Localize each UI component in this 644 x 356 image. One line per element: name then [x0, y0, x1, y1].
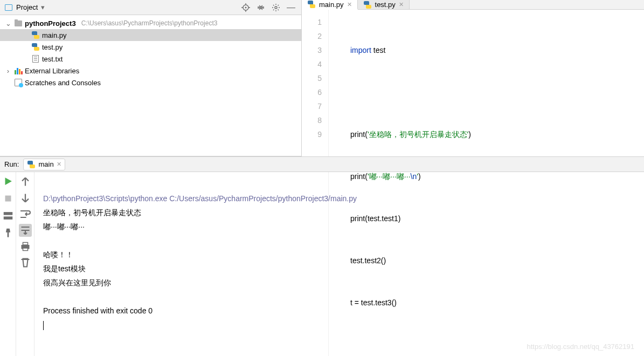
file-label: main.py — [42, 31, 67, 39]
project-tree: ⌄ pythonProject3 C:\Users\asus\PycharmPr… — [0, 15, 301, 156]
layout-icon[interactable] — [2, 210, 14, 222]
editor-panel: main.py ✕ test.py ✕ 123456789 import tes… — [302, 0, 644, 156]
project-title[interactable]: Project — [16, 3, 38, 11]
dropdown-icon[interactable]: ▾ — [41, 3, 45, 11]
console-output[interactable]: D:\pythonProject3\Scripts\python.exe C:/… — [34, 172, 644, 356]
external-libraries[interactable]: › External Libraries — [0, 65, 301, 77]
root-path: C:\Users\asus\PycharmProjects\pythonProj… — [81, 19, 218, 27]
gear-icon[interactable] — [270, 2, 282, 13]
libs-label: External Libraries — [25, 67, 79, 75]
folder-icon — [14, 19, 23, 28]
scratches-consoles[interactable]: Scratches and Consoles — [0, 77, 301, 88]
svg-point-1 — [245, 6, 247, 8]
file-label: test.txt — [42, 55, 63, 63]
identifier: test — [373, 46, 386, 54]
keyword: import — [350, 46, 373, 54]
watermark: https://blog.csdn.net/qq_43762191 — [527, 343, 635, 351]
run-tab[interactable]: main ✕ — [23, 159, 65, 170]
file-test-py[interactable]: test.py — [0, 41, 301, 53]
svg-rect-4 — [3, 212, 12, 215]
print-icon[interactable] — [19, 240, 32, 253]
run-header: Run: main ✕ — [0, 157, 644, 172]
python-file-icon — [31, 43, 40, 51]
close-icon[interactable]: ✕ — [57, 161, 61, 168]
collapse-all-icon[interactable] — [255, 2, 267, 13]
tab-label: test.py — [375, 1, 396, 9]
file-label: test.py — [42, 43, 63, 51]
svg-rect-8 — [23, 248, 27, 251]
run-panel: Run: main ✕ D:\pythonProject3\Scripts\py… — [0, 156, 644, 356]
python-file-icon — [307, 0, 316, 9]
svg-rect-3 — [5, 196, 11, 202]
tab-label: main.py — [319, 1, 344, 9]
pin-icon[interactable] — [2, 227, 14, 239]
tab-main-py[interactable]: main.py ✕ — [302, 0, 358, 10]
run-command: D:\pythonProject3\Scripts\python.exe C:/… — [43, 194, 357, 203]
svg-point-2 — [275, 6, 277, 9]
close-icon[interactable]: ✕ — [347, 1, 352, 8]
python-file-icon — [363, 1, 372, 9]
locate-icon[interactable] — [240, 2, 252, 13]
hide-icon[interactable]: — — [285, 2, 297, 13]
func: print — [350, 130, 365, 139]
project-root[interactable]: ⌄ pythonProject3 C:\Users\asus\PycharmPr… — [0, 17, 301, 29]
file-test-txt[interactable]: test.txt — [0, 53, 301, 65]
project-icon — [4, 3, 13, 12]
run-label: Run: — [4, 160, 19, 168]
chevron-down-icon: ⌄ — [4, 19, 12, 28]
svg-rect-7 — [23, 243, 27, 245]
chevron-right-icon: › — [4, 67, 12, 75]
libraries-icon — [14, 66, 23, 75]
text-file-icon — [31, 54, 40, 63]
string: '坐稳咯，初号机开启暴走状态' — [368, 130, 468, 139]
up-icon[interactable] — [19, 175, 32, 188]
run-tab-name: main — [38, 160, 53, 168]
down-icon[interactable] — [19, 191, 32, 204]
python-file-icon — [31, 31, 40, 39]
project-panel: Project ▾ — ⌄ pythonProject3 C:\Users\as… — [0, 0, 302, 156]
close-icon[interactable]: ✕ — [399, 1, 404, 8]
scratches-label: Scratches and Consoles — [25, 79, 101, 87]
file-main-py[interactable]: main.py — [0, 29, 301, 41]
svg-rect-5 — [3, 216, 12, 220]
stop-icon[interactable] — [2, 193, 14, 204]
run-toolbar-primary — [0, 172, 16, 356]
run-toolbar-secondary — [16, 172, 34, 356]
root-name: pythonProject3 — [25, 19, 76, 28]
trash-icon[interactable] — [19, 256, 32, 269]
scratches-icon — [14, 78, 23, 87]
editor-tabs: main.py ✕ test.py ✕ — [302, 0, 644, 10]
scroll-to-end-icon[interactable] — [19, 224, 32, 237]
exit-line: Process finished with exit code 0 — [43, 306, 153, 315]
python-file-icon — [27, 160, 36, 169]
soft-wrap-icon[interactable] — [19, 208, 32, 221]
project-header: Project ▾ — — [0, 0, 301, 15]
rerun-icon[interactable] — [2, 175, 14, 187]
tab-test-py[interactable]: test.py ✕ — [358, 0, 410, 9]
